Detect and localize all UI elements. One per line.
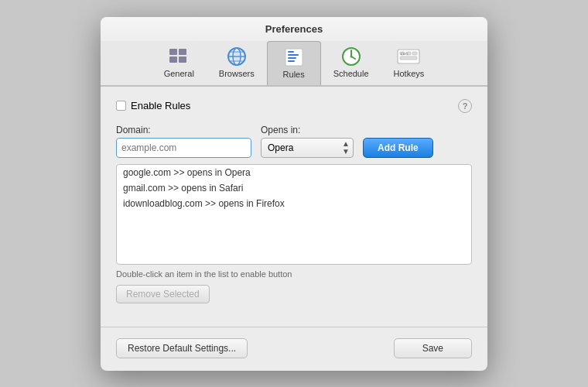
remove-selected-button[interactable]: Remove Selected [116,285,210,303]
rules-list[interactable]: google.com >> opens in Opera gmail.com >… [116,164,472,265]
add-rule-group: Add Rule [363,124,433,158]
svg-point-19 [350,55,352,57]
svg-rect-3 [179,57,186,63]
toolbar-browsers[interactable]: Browsers [207,41,267,85]
schedule-label: Schedule [333,69,369,78]
bottom-row: Restore Default Settings... Save [101,338,487,371]
toolbar-general[interactable]: General [152,41,207,85]
hint-text: Double-click an item in the list to enab… [116,269,472,279]
svg-point-10 [233,53,241,60]
opens-in-label: Opens in: [261,125,354,135]
browsers-label: Browsers [219,69,255,78]
svg-rect-12 [288,51,294,53]
domain-field-group: Domain: [116,125,251,158]
svg-rect-24 [400,57,417,60]
svg-rect-14 [288,57,296,59]
toolbar-rules[interactable]: Rules [267,41,321,85]
save-button[interactable]: Save [394,338,472,358]
svg-rect-15 [288,60,295,62]
opens-in-field-group: Opens in: Opera Safari Firefox Chrome ▲▼ [261,125,354,158]
list-item[interactable]: gmail.com >> opens in Safari [117,180,471,196]
enable-rules-row: Enable Rules ? [116,99,472,113]
toolbar-schedule[interactable]: Schedule [321,41,381,85]
browser-select[interactable]: Opera Safari Firefox Chrome [261,138,354,158]
restore-defaults-button[interactable]: Restore Default Settings... [116,338,248,358]
form-row: Domain: Opens in: Opera Safari Firefox C… [116,124,472,158]
title-bar: Preferences General [101,17,487,87]
help-icon[interactable]: ? [458,99,472,113]
svg-text:Ctrl: Ctrl [401,52,409,56]
hotkeys-icon: Ctrl [396,46,421,67]
hotkeys-label: Hotkeys [394,69,425,78]
svg-rect-2 [169,57,177,63]
list-item[interactable]: idownloadblog.com >> opens in Firefox [117,196,471,211]
general-label: General [164,69,194,78]
svg-rect-1 [179,49,186,55]
rules-label: Rules [283,70,305,79]
enable-rules-checkbox[interactable] [116,101,126,111]
browser-select-wrap: Opera Safari Firefox Chrome ▲▼ [261,138,354,158]
add-rule-button[interactable]: Add Rule [363,138,433,158]
toolbar: General Browsers [101,41,487,86]
enable-rules-left: Enable Rules [116,100,190,111]
svg-rect-13 [288,54,299,56]
domain-input[interactable] [116,138,251,158]
content-area: Enable Rules ? Domain: Opens in: Opera S… [101,87,487,316]
enable-rules-label: Enable Rules [131,100,190,111]
rules-icon [282,46,306,68]
window-title: Preferences [101,23,487,35]
general-icon [166,46,191,67]
toolbar-hotkeys[interactable]: Ctrl Hotkeys [381,41,437,85]
divider [101,327,487,327]
svg-rect-0 [169,49,177,55]
svg-rect-23 [412,52,417,55]
list-item[interactable]: google.com >> opens in Opera [117,165,471,180]
domain-label: Domain: [116,125,251,135]
preferences-window: Preferences General [101,17,487,371]
browsers-icon [224,46,249,67]
schedule-icon [339,46,364,67]
